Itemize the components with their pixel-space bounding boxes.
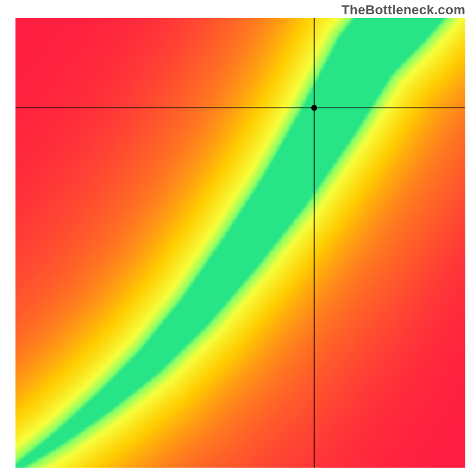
watermark-text: TheBottleneck.com [342,2,465,18]
chart-container: TheBottleneck.com [0,0,476,476]
bottleneck-heatmap [0,0,476,476]
